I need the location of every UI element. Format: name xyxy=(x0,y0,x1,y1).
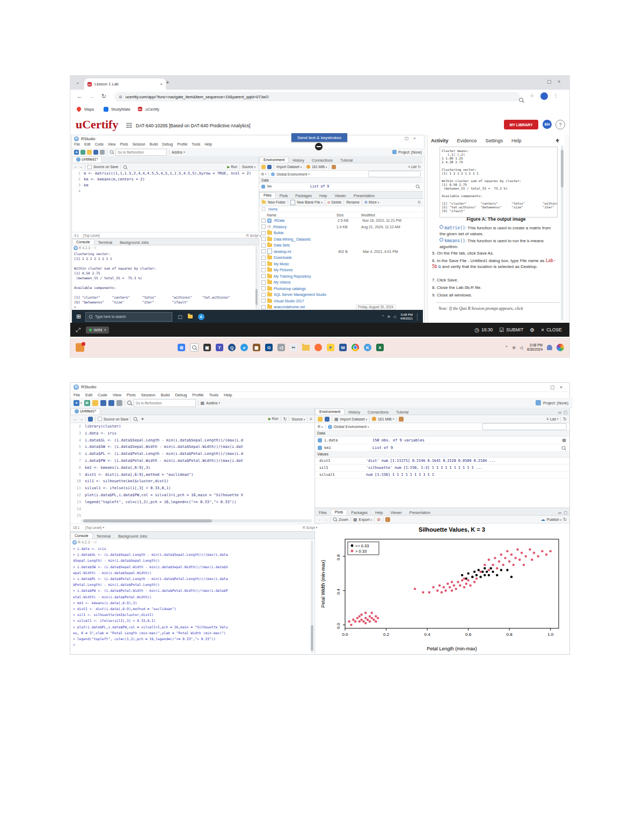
file-row[interactable]: anacondahome.net xyxy=(259,304,423,310)
word-icon[interactable]: W xyxy=(339,344,347,351)
menu-debug[interactable]: Debug xyxy=(175,393,187,397)
tray-volume-icon[interactable]: ◁ xyxy=(519,345,523,350)
new-file-icon[interactable]: + xyxy=(74,400,79,406)
site-settings-icon[interactable]: ⊜ xyxy=(119,95,122,99)
colorful-app-icon[interactable] xyxy=(557,344,564,351)
vm-clock[interactable]: 5:08 PM 4/8/2021 xyxy=(400,313,413,321)
w2-tab-presentation[interactable]: Presentation xyxy=(406,510,434,515)
show-desktop-strip[interactable] xyxy=(417,313,422,321)
vm-tab-environment[interactable]: Environment xyxy=(259,157,289,163)
tray-network-icon[interactable]: ≋ xyxy=(387,315,390,319)
file-row[interactable]: My Pictures xyxy=(259,267,423,273)
delete-file-button[interactable]: ⊘ Delete xyxy=(327,200,341,205)
back-icon[interactable]: ← xyxy=(77,93,83,99)
forward-arrow-icon[interactable]: → xyxy=(79,417,83,422)
menu-view[interactable]: View xyxy=(113,393,121,397)
scope-indicator[interactable]: (Top Level) xyxy=(83,234,100,237)
project-menu[interactable]: Project: (None) xyxy=(543,401,568,405)
chevron-down-icon[interactable]: ⌄ xyxy=(76,79,80,85)
home-breadcrumb[interactable]: Home xyxy=(268,207,277,211)
pdf-reader-icon[interactable]: F xyxy=(327,344,334,351)
menu-build[interactable]: Build xyxy=(150,142,158,148)
refresh-files-icon[interactable]: ↻ xyxy=(418,200,421,205)
env-row-dist1[interactable]: dist1 'dist' num [1:11175] 0.2146 0.1641… xyxy=(315,458,569,465)
import-dataset-menu[interactable]: Import Dataset ▾ xyxy=(276,165,302,169)
print-icon[interactable] xyxy=(100,150,105,155)
snip-tool-icon[interactable]: ✂ xyxy=(290,344,297,351)
pane-max-icon[interactable]: ▢ xyxy=(564,511,567,515)
pin-icon[interactable] xyxy=(555,138,560,144)
menu-plots[interactable]: Plots xyxy=(127,393,136,397)
save-icon[interactable] xyxy=(93,150,98,155)
w2-console-output[interactable]: > i.data <- iris > i.data$SL <- (i.data$… xyxy=(73,546,309,652)
w2-tab-viewer[interactable]: Viewer xyxy=(387,510,406,515)
w2-tab-connections[interactable]: Connections xyxy=(364,410,392,415)
vm-editor-tab[interactable]: Untitled1* xyxy=(72,156,102,163)
copilot-icon[interactable]: ▣ xyxy=(203,344,211,351)
bell-icon[interactable] xyxy=(547,345,552,350)
view-table-icon[interactable]: ▦ xyxy=(562,438,566,443)
new-file-icon[interactable]: + xyxy=(74,150,79,155)
env-search-input[interactable] xyxy=(368,171,421,177)
w2-console-scrollbar[interactable] xyxy=(311,540,313,653)
fullscreen-icon[interactable]: ⤢ xyxy=(76,327,80,333)
menu-debug[interactable]: Debug xyxy=(162,142,173,148)
w2-tab-console[interactable]: Console xyxy=(70,533,93,539)
publish-menu[interactable]: Publish ▾ xyxy=(547,518,561,521)
file-type-indicator[interactable]: R Script xyxy=(303,526,314,530)
file-row[interactable]: Data Mining_ Datasets xyxy=(259,236,423,243)
scope-indicator[interactable]: (Top Level) xyxy=(85,526,101,530)
weather-widget-icon[interactable] xyxy=(76,343,84,352)
rerun-icon[interactable]: ↻ xyxy=(283,417,287,422)
col-name[interactable]: Name xyxy=(267,213,336,217)
photos-icon[interactable]: ▦ xyxy=(253,344,260,351)
bookmark-maps[interactable]: Maps xyxy=(84,107,94,112)
import-dataset-menu[interactable]: Import Dataset ▾ xyxy=(340,417,367,421)
source-button[interactable]: Source ▾ xyxy=(291,417,305,421)
file-row[interactable]: desktop.ini402 BMar 4, 2021, 4:01 PM xyxy=(259,249,423,255)
run-button[interactable]: ▶ Run xyxy=(268,417,279,421)
vm-explorer-icon[interactable] xyxy=(188,315,193,318)
next-plot-icon[interactable]: → xyxy=(324,517,328,522)
file-type-indicator[interactable]: R Script xyxy=(246,234,258,237)
pane-min-icon[interactable]: ▭ xyxy=(558,511,562,515)
vm-tab-console[interactable]: Console xyxy=(72,239,94,245)
explorer-icon[interactable] xyxy=(302,345,310,351)
w2-tab-history[interactable]: History xyxy=(345,410,364,415)
addins-menu[interactable]: Addins xyxy=(206,401,217,405)
vm-tab-plots[interactable]: Plots xyxy=(276,193,292,198)
vm-tab-presentation[interactable]: Presentation xyxy=(350,193,378,198)
menu-session[interactable]: Session xyxy=(133,142,145,148)
w2-tab-plots[interactable]: Plots xyxy=(331,509,348,515)
pane-max-icon[interactable]: ▢ xyxy=(564,410,567,415)
panel-scrollbar[interactable] xyxy=(561,146,564,321)
find-icon[interactable] xyxy=(123,165,127,168)
col-size[interactable]: Size xyxy=(336,213,361,217)
source-on-save-checkbox[interactable] xyxy=(98,417,102,421)
file-row[interactable]: Builds xyxy=(259,230,423,236)
r-scope[interactable]: R xyxy=(318,425,320,429)
file-row[interactable]: Visual Studio 2017 xyxy=(259,298,423,304)
apps-grid-icon[interactable] xyxy=(126,122,131,128)
reload-icon[interactable]: ↻ xyxy=(101,93,106,100)
file-row[interactable]: R.RData2.5 KBNov 16, 2022, 11:21 PM xyxy=(259,217,423,224)
bookmark-star-icon[interactable]: ☆ xyxy=(530,93,534,98)
user-avatar[interactable]: EH xyxy=(543,120,552,129)
memory-usage-label[interactable]: 161 MiB xyxy=(312,165,325,169)
chrome-icon[interactable] xyxy=(352,344,359,351)
list-view-icon[interactable]: ≡ xyxy=(546,417,549,422)
project-menu[interactable]: Project: (None) xyxy=(398,150,422,154)
vm-tab-help[interactable]: Help xyxy=(316,193,331,198)
inspect-object-icon[interactable] xyxy=(562,446,566,449)
menu-plots[interactable]: Plots xyxy=(120,142,128,148)
teams-icon[interactable]: T xyxy=(216,344,223,351)
w2-tab-environment[interactable]: Environment xyxy=(315,409,345,415)
w2-close-icon[interactable]: × xyxy=(560,385,562,390)
vm-tab-packages[interactable]: Packages xyxy=(291,193,316,198)
vm-close-icon[interactable]: × xyxy=(413,136,416,141)
back-arrow-icon[interactable]: ← xyxy=(73,417,77,422)
menu-code[interactable]: Code xyxy=(95,142,104,148)
open-env-icon[interactable] xyxy=(318,417,323,422)
new-tab-button[interactable]: + xyxy=(166,79,169,85)
zoom-plot-button[interactable]: Zoom xyxy=(339,518,348,521)
